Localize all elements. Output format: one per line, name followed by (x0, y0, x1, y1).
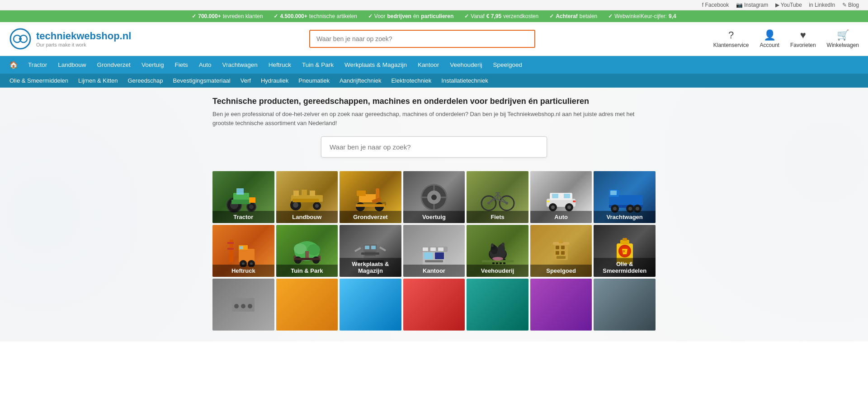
cat-item-tuin[interactable]: Tuin & Park (276, 225, 338, 277)
nav-tuin[interactable]: Tuin & Park (297, 57, 339, 73)
nav-werkplaats[interactable]: Werkplaats & Magazijn (339, 57, 412, 73)
logo-name: techniekwebshop.nl (36, 30, 131, 42)
intro-description: Ben je een professional of doe-het-zelve… (212, 110, 656, 127)
cat-item-bottom7[interactable] (594, 279, 656, 331)
heftruck-label: Heftruck (212, 265, 274, 277)
cat-item-bottom2[interactable] (276, 279, 338, 331)
cat-item-speelgoed[interactable]: Speelgoed (530, 225, 592, 277)
auto-label: Auto (530, 211, 592, 223)
secondary-nav: Olie & Smeermiddelen Lijmen & Kitten Ger… (0, 74, 868, 88)
cat-item-voertuig[interactable]: Voertuig (403, 171, 465, 223)
cat-item-bottom1[interactable] (212, 279, 274, 331)
bottom1-illustration (230, 294, 257, 316)
tractor-label: Tractor (212, 211, 274, 223)
header: techniekwebshop.nl Our parts make it wor… (0, 22, 868, 56)
nav-tractor[interactable]: Tractor (23, 57, 52, 73)
cat-item-bottom6[interactable] (530, 279, 592, 331)
cart-icon: 🛒 (837, 29, 849, 41)
promo-item-1: ✓ 700.000+ tevreden klanten (192, 13, 263, 19)
youtube-link[interactable]: ▶ YouTube (775, 2, 802, 8)
nav-auto[interactable]: Auto (193, 57, 217, 73)
blog-link[interactable]: ✎ Blog (842, 2, 859, 8)
heftruck-illustration (225, 235, 261, 267)
favorieten-button[interactable]: ♥ Favorieten (790, 29, 816, 48)
nav-fiets[interactable]: Fiets (169, 57, 193, 73)
klantenservice-button[interactable]: ? Klantenservice (713, 29, 749, 48)
cat-item-werkplaats[interactable]: Werkplaats & Magazijn (340, 225, 401, 277)
cat-item-grondverzet[interactable]: Grondverzet (340, 171, 401, 223)
cat-item-bottom4[interactable] (403, 279, 465, 331)
promo-item-5: ✓ Achteraf betalen (549, 13, 597, 19)
cat-item-landbouw[interactable]: Landbouw (276, 171, 338, 223)
svg-text:K: K (623, 249, 626, 253)
svg-point-65 (636, 207, 639, 210)
nav-vrachtwagen[interactable]: Vrachtwagen (217, 57, 263, 73)
nav-installatie[interactable]: Installatietechniek (436, 74, 493, 88)
svg-point-7 (249, 205, 254, 209)
cat-item-veehouderij[interactable]: Veehouderij (467, 225, 528, 277)
svg-rect-69 (227, 248, 234, 250)
facebook-link[interactable]: f Facebook (702, 2, 729, 8)
svg-rect-11 (249, 197, 255, 203)
nav-hydrauliek[interactable]: Hydrauliek (256, 74, 293, 88)
promo-item-2: ✓ 4.500.000+ technische artikelen (274, 13, 357, 19)
nav-elektro[interactable]: Elektrotechniek (386, 74, 436, 88)
cat-item-heftruck[interactable]: Heftruck (212, 225, 274, 277)
svg-point-130 (234, 304, 239, 308)
svg-point-79 (307, 244, 320, 255)
nav-pneumatiek[interactable]: Pneumatiek (293, 74, 335, 88)
account-button[interactable]: 👤 Account (760, 29, 779, 48)
header-search-input[interactable] (309, 30, 535, 48)
cat-item-bottom5[interactable] (467, 279, 528, 331)
cat-item-bottom3[interactable] (340, 279, 401, 331)
heart-icon: ♥ (800, 29, 806, 41)
logo[interactable]: techniekwebshop.nl Our parts make it wor… (9, 28, 131, 50)
nav-gereedschap[interactable]: Gereedschap (123, 74, 168, 88)
svg-rect-68 (227, 242, 234, 244)
nav-bevestiging[interactable]: Bevestigingsmateriaal (168, 74, 236, 88)
cat-item-kantoor[interactable]: Kantoor (403, 225, 465, 277)
svg-point-31 (431, 195, 437, 200)
nav-lijmen[interactable]: Lijmen & Kitten (73, 74, 123, 88)
winkelwagen-button[interactable]: 🛒 Winkelwagen (827, 29, 859, 48)
svg-rect-94 (435, 252, 444, 259)
nav-heftruck[interactable]: Heftruck (263, 57, 297, 73)
promo-item-4: ✓ Vanaf € 7,95 verzendkosten (464, 13, 538, 19)
nav-voertuig[interactable]: Voertuig (136, 57, 170, 73)
linkedin-link[interactable]: in LinkedIn (809, 2, 835, 8)
kantoor-label: Kantoor (403, 265, 465, 277)
nav-veehouderij[interactable]: Veehouderij (444, 57, 487, 73)
svg-rect-86 (371, 246, 376, 249)
instagram-link[interactable]: 📷 Instagram (736, 2, 769, 8)
center-search-input[interactable] (321, 136, 547, 158)
nav-verf[interactable]: Verf (236, 74, 256, 88)
svg-point-113 (492, 257, 503, 261)
promo-bar: ✓ 700.000+ tevreden klanten ✓ 4.500.000+… (0, 10, 868, 22)
svg-rect-91 (379, 246, 386, 251)
svg-rect-54 (547, 200, 549, 202)
cat-item-tractor[interactable]: Tractor (212, 171, 274, 223)
cat-item-fiets[interactable]: Fiets (467, 171, 528, 223)
nav-olie[interactable]: Olie & Smeermiddelen (5, 74, 73, 88)
promo-item-3: ✓ Voor bedrijven én particulieren (368, 13, 453, 19)
account-icon: 👤 (764, 29, 776, 41)
category-grid-row2: Heftruck (212, 225, 656, 277)
svg-rect-118 (561, 251, 565, 255)
voertuig-illustration (416, 182, 452, 213)
nav-landbouw[interactable]: Landbouw (52, 57, 91, 73)
logo-slogan: Our parts make it work (36, 42, 131, 47)
nav-speelgoed[interactable]: Speelgoed (488, 57, 528, 73)
veehouderij-label: Veehouderij (467, 265, 528, 277)
svg-rect-96 (423, 247, 428, 251)
tuin-illustration (289, 235, 325, 267)
nav-kantoor[interactable]: Kantoor (412, 57, 444, 73)
cat-item-vrachtwagen[interactable]: Vrachtwagen (594, 171, 656, 223)
nav-grondverzet[interactable]: Grondverzet (92, 57, 136, 73)
home-nav-link[interactable]: 🏠 (5, 56, 23, 74)
svg-rect-10 (231, 200, 250, 204)
cat-item-auto[interactable]: Auto (530, 171, 592, 223)
svg-rect-55 (573, 200, 576, 202)
nav-aandrijf[interactable]: Aandrijftechniek (335, 74, 387, 88)
cat-item-olie[interactable]: K Olie & Smeermiddelen (594, 225, 656, 277)
svg-point-63 (628, 207, 632, 210)
